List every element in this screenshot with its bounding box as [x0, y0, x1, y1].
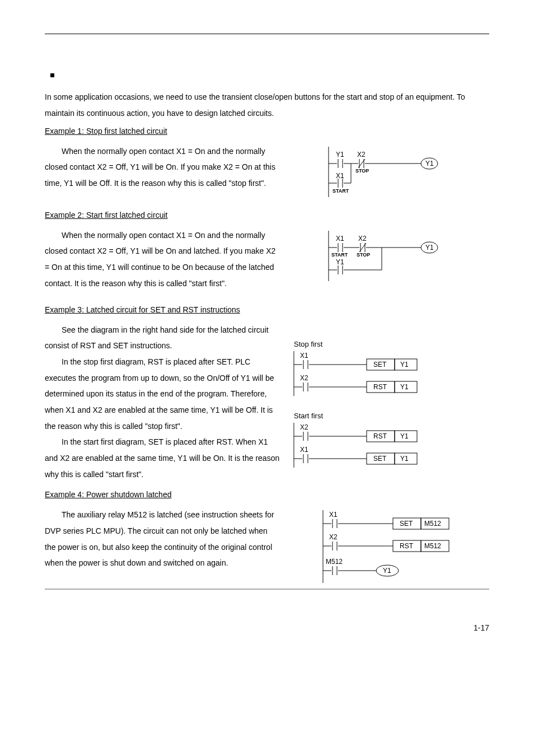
- svg-text:Y1: Y1: [425, 244, 434, 251]
- svg-text:Y1: Y1: [400, 361, 409, 368]
- svg-text:RST: RST: [400, 542, 414, 550]
- svg-text:Start first: Start first: [294, 412, 323, 420]
- svg-text:Stop first: Stop first: [294, 340, 323, 348]
- svg-text:X2: X2: [329, 533, 338, 541]
- svg-text:START: START: [332, 188, 349, 194]
- page-number: 1-17: [45, 623, 489, 632]
- svg-text:M512: M512: [326, 558, 343, 566]
- example3-diagrams: Stop first X1 SET Y1 X2: [291, 322, 489, 483]
- svg-text:X1: X1: [329, 511, 338, 519]
- svg-text:Y1: Y1: [425, 160, 434, 167]
- svg-text:X2: X2: [300, 374, 308, 382]
- example3-p1: See the diagram in the right hand side f…: [45, 322, 280, 354]
- example1-body: When the normally open contact X1 = On a…: [45, 143, 280, 197]
- svg-text:SET: SET: [373, 361, 387, 368]
- svg-text:X2: X2: [300, 423, 308, 431]
- svg-text:Y1: Y1: [383, 567, 391, 575]
- intro-text: In some application occasions, we need t…: [45, 89, 489, 122]
- svg-text:Y1: Y1: [336, 258, 344, 266]
- header-rule: [45, 34, 489, 34]
- svg-text:RST: RST: [373, 432, 387, 440]
- svg-text:Y1: Y1: [400, 432, 409, 440]
- svg-text:X1: X1: [300, 352, 308, 360]
- svg-text:RST: RST: [373, 383, 387, 391]
- svg-text:X1: X1: [300, 446, 308, 454]
- svg-text:M512: M512: [424, 520, 441, 528]
- svg-text:START: START: [331, 252, 348, 258]
- example3-p2: In the stop first diagram, RST is placed…: [45, 354, 280, 434]
- example2-body: When the normally open contact X1 = On a…: [45, 227, 280, 292]
- example4-diagram: X1 SET M512 X2 RST M512 M512 Y1: [291, 507, 489, 583]
- section-bullet: [50, 73, 54, 77]
- svg-text:X1: X1: [336, 235, 344, 242]
- svg-text:STOP: STOP: [357, 252, 370, 258]
- example2-diagram: X1 X2 START STOP Y1 Y1: [291, 227, 489, 292]
- svg-text:STOP: STOP: [355, 168, 369, 174]
- example3-body: See the diagram in the right hand side f…: [45, 322, 280, 483]
- svg-text:X2: X2: [357, 151, 366, 158]
- svg-text:SET: SET: [400, 520, 413, 528]
- footer-rule: [45, 589, 489, 590]
- example1-title: Example 1: Stop first latched circuit: [45, 127, 489, 136]
- svg-text:X2: X2: [358, 235, 367, 242]
- svg-text:Y1: Y1: [400, 455, 409, 463]
- example4-title: Example 4: Power shutdown latched: [45, 490, 489, 499]
- example2-title: Example 2: Start first latched circuit: [45, 211, 489, 220]
- svg-text:X1: X1: [336, 172, 344, 180]
- example3-p3: In the start first diagram, SET is place…: [45, 434, 280, 482]
- example1-diagram: Y1 X2 STOP X1 START Y1: [291, 143, 489, 197]
- svg-text:Y1: Y1: [400, 383, 409, 391]
- svg-text:SET: SET: [373, 455, 387, 463]
- example4-body: The auxiliary relay M512 is latched (see…: [45, 507, 280, 583]
- example3-title: Example 3: Latched circuit for SET and R…: [45, 305, 489, 314]
- svg-text:Y1: Y1: [336, 151, 344, 158]
- svg-text:M512: M512: [424, 542, 441, 550]
